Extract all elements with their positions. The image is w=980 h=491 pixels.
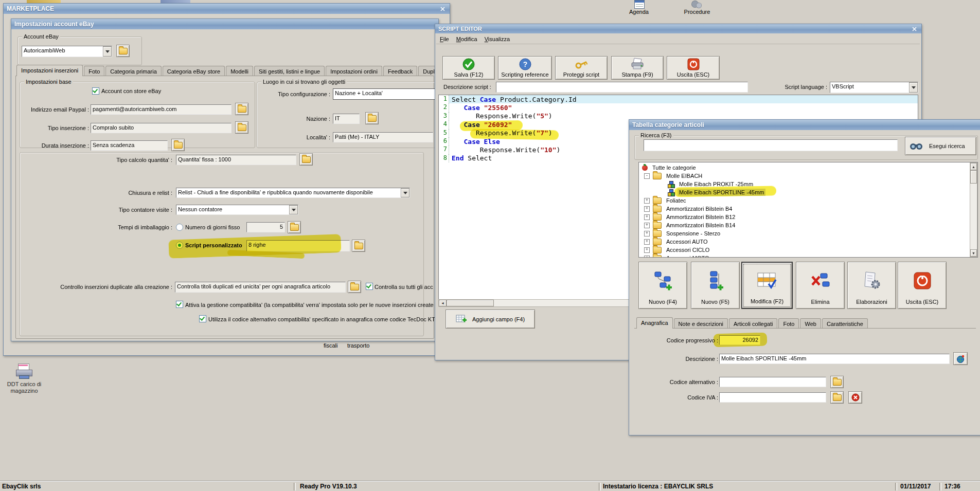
categories-tab[interactable]: Anagrafica [636,317,673,329]
translate-globe-button[interactable] [953,352,968,365]
exit-button[interactable]: Uscita (ESC) [667,56,720,80]
chevron-down-icon[interactable] [103,46,112,57]
ebay-tab[interactable]: Impostazioni inserzioni [16,65,83,76]
edit-f2-button[interactable]: Modifica (F2) [741,262,793,309]
email-folder-button[interactable] [235,103,248,115]
nation-field[interactable]: IT [333,114,360,124]
add-field-button[interactable]: Aggiungi campo (F4) [446,310,535,329]
description-field[interactable]: Molle Eibach SPORTLINE -45mm [719,354,950,364]
duration-field[interactable]: Senza scadenza [91,140,168,151]
account-combobox[interactable]: AutoricambiWeb [22,46,112,57]
qty-folder-button[interactable] [299,153,313,166]
counter-combobox[interactable]: Nessun contatore [176,205,298,215]
tree-item[interactable]: +Accessori AUTO [639,238,970,246]
custom-script-folder-button[interactable] [352,240,365,252]
tree-item[interactable]: +Accessori CICLO [639,246,970,254]
desktop-icon-ddt[interactable]: DDT carico di magazzino [2,361,46,403]
tree-expander-icon[interactable]: + [644,198,650,204]
hidden-tab-label[interactable]: trasporto [347,342,369,349]
menu-item[interactable]: File [436,35,453,43]
tree-item[interactable]: +Ammortizzatori Bilstein B4 [639,205,970,213]
categories-titlebar[interactable]: Tabella categorie articoli [629,120,980,130]
chevron-down-icon[interactable] [909,82,918,93]
ebay-tab[interactable]: Categoria eBay store [163,66,225,76]
tree-expander-icon[interactable]: + [644,239,650,245]
alt-code-folder-button[interactable] [830,376,844,388]
tree-expander-icon[interactable]: + [644,223,650,228]
alt-code-field[interactable] [719,377,826,387]
duplicates-field[interactable]: Controlla titoli duplicati ed unicita' p… [175,282,346,293]
delete-button[interactable]: Elimina [796,262,845,309]
nation-folder-button[interactable] [365,112,379,124]
chevron-down-icon[interactable] [401,188,409,197]
tree-expander-icon[interactable]: + [644,206,650,212]
config-combobox[interactable]: Nazione + Localita' [333,88,436,100]
place-field[interactable]: Patti (Me) - ITALY [333,132,433,142]
search-input[interactable] [644,139,898,151]
check-all-accounts-checkbox[interactable] [366,283,373,290]
compat-checkbox-2[interactable] [199,315,206,322]
tree-item[interactable]: +Accessori MOTO [639,254,970,258]
tree-expander-icon[interactable]: + [644,247,650,253]
chevron-down-icon[interactable] [289,205,298,214]
email-field[interactable]: pagamenti@autoricambiweb.com [91,104,231,115]
vat-code-folder-button[interactable] [830,391,844,404]
categories-tab[interactable]: Web [800,318,821,329]
toolbar-item-agenda[interactable]: Agenda [623,0,654,16]
tree-expander-icon[interactable]: - [644,173,650,179]
ebay-tab[interactable]: Foto [84,66,104,76]
new-f5-button[interactable]: Nuovo (F5) [691,262,740,309]
ebay-tab[interactable]: Siti gestiti, listini e lingue [254,66,325,76]
duplicates-folder-button[interactable] [348,281,361,293]
fixed-days-field[interactable]: 5 [246,222,285,232]
ebay-tab[interactable]: Impostazioni ordini [326,66,382,76]
tree-item[interactable]: Tutte le categorie [639,163,970,172]
categories-tab[interactable]: Articoli collegati [729,318,777,329]
fixed-days-radio[interactable] [176,224,183,231]
hscroll-thumb[interactable] [447,300,494,306]
tree-item[interactable]: +Ammortizzatori Bilstein B14 [639,221,970,229]
scroll-down-icon[interactable]: ▼ [970,249,977,257]
scroll-up-icon[interactable]: ▲ [970,163,977,170]
marketplace-titlebar[interactable]: MARKETPLACE [4,4,450,14]
fixed-days-folder-button[interactable] [288,221,301,233]
tree-expander-icon[interactable]: + [644,231,650,237]
vscroll-thumb[interactable] [970,170,977,184]
categories-tab[interactable]: Foto [778,318,799,329]
insertion-type-folder-button[interactable] [235,121,248,134]
code-line[interactable]: 2 Case "25560" [439,103,918,112]
code-line[interactable]: 1Select Case Product.Category.Id [439,95,918,103]
qty-field[interactable]: Quantita' fissa : 1000 [176,155,296,165]
categories-tab[interactable]: Note e descrizioni [674,318,728,329]
script-description-field[interactable] [496,82,748,93]
ebay-tab[interactable]: Modelli [226,66,253,76]
compat-checkbox-1[interactable] [176,301,183,308]
ebay-tab[interactable]: Categoria primaria [105,66,161,76]
tree-item[interactable]: +Ammortizzatori Bilstein B12 [639,213,970,221]
insertion-type-field[interactable]: Compralo subito [91,123,231,133]
exit-esc-button[interactable]: Uscita (ESC) [898,262,947,309]
menu-item[interactable]: Visualizza [481,35,513,43]
account-folder-button[interactable] [116,45,130,57]
categories-tab[interactable]: Caratteristiche [822,318,868,329]
hidden-tab-label[interactable]: fiscali [324,342,338,349]
tree-expander-icon[interactable]: + [644,214,650,220]
ebay-titlebar[interactable]: Impostazioni account eBay [11,19,438,29]
toolbar-item-procedure[interactable]: Procedure [676,0,718,16]
protect-script-button[interactable]: Proteggi script [555,56,608,80]
close-icon[interactable] [910,25,918,32]
script-language-combobox[interactable]: VBScript [830,82,918,93]
scripting-reference-button[interactable]: ? Scripting reference [498,56,552,80]
tree-item[interactable]: -Molle EIBACH [639,172,970,180]
processing-button[interactable]: Elaborazioni [847,262,896,309]
new-f4-button[interactable]: Nuovo (F4) [638,262,687,309]
close-icon[interactable] [438,5,447,12]
vat-code-field[interactable] [719,392,826,403]
clear-vat-button[interactable] [848,391,862,404]
search-button[interactable]: Esegui ricerca [905,137,976,155]
store-checkbox[interactable] [92,87,99,95]
tree-vscrollbar[interactable]: ▲ ▼ [970,162,977,257]
duration-folder-button[interactable] [171,139,185,151]
scroll-left-icon[interactable]: ◄ [439,300,447,306]
print-button[interactable]: Stampa (F9) [611,56,664,80]
